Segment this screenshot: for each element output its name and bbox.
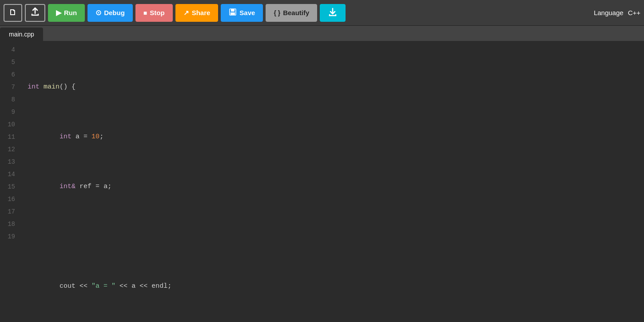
run-label: Run — [64, 9, 77, 16]
toolbar: 🗋 ▶ Run ⊙ Debug ■ Stop ↗ Share — [0, 0, 644, 26]
line-num-7: 7 — [0, 81, 19, 93]
tab-label: main.cpp — [9, 31, 34, 38]
svg-rect-1 — [231, 9, 235, 12]
line-num-14: 14 — [0, 168, 19, 181]
stop-icon: ■ — [143, 9, 147, 16]
stop-button[interactable]: ■ Stop — [135, 4, 173, 22]
line-num-12: 12 — [0, 143, 19, 156]
download-button[interactable] — [320, 4, 346, 22]
line-num-18: 18 — [0, 218, 19, 230]
debug-button[interactable]: ⊙ Debug — [87, 4, 133, 22]
svg-rect-2 — [231, 12, 235, 15]
upload-button[interactable] — [25, 4, 45, 22]
upload-icon — [30, 7, 40, 19]
line-num-4: 4 — [0, 44, 19, 56]
run-button[interactable]: ▶ Run — [48, 4, 85, 22]
line-num-17: 17 — [0, 205, 19, 218]
line-num-8: 8 — [0, 93, 19, 106]
share-button[interactable]: ↗ Share — [175, 4, 219, 22]
code-line-5: int a = 10; — [28, 131, 644, 143]
code-area[interactable]: 4 5 6 7 8 9 10 11 12 13 14 15 16 17 18 1… — [0, 41, 644, 322]
debug-icon: ⊙ — [95, 8, 101, 17]
save-button[interactable]: Save — [221, 4, 263, 22]
line-numbers: 4 5 6 7 8 9 10 11 12 13 14 15 16 17 18 1… — [0, 41, 23, 322]
code-line-7 — [28, 230, 644, 243]
beautify-button[interactable]: { } Beautify — [266, 4, 317, 22]
beautify-icon: { } — [274, 9, 280, 16]
language-value: C++ — [628, 9, 640, 16]
code-line-8: cout << "a = " << a << endl; — [28, 280, 644, 293]
beautify-label: Beautify — [283, 9, 309, 16]
new-file-icon: 🗋 — [9, 8, 17, 17]
save-label: Save — [239, 9, 255, 16]
language-label: Language — [594, 9, 624, 16]
play-icon: ▶ — [56, 8, 61, 17]
line-num-15: 15 — [0, 181, 19, 193]
line-num-6: 6 — [0, 68, 19, 81]
line-num-16: 16 — [0, 193, 19, 205]
line-num-13: 13 — [0, 156, 19, 168]
code-content[interactable]: int main() { int a = 10; int& ref = a; c… — [23, 41, 644, 322]
stop-label: Stop — [150, 9, 164, 16]
line-num-5: 5 — [0, 56, 19, 68]
new-file-button[interactable]: 🗋 — [4, 4, 22, 22]
share-icon: ↗ — [183, 9, 189, 17]
line-num-19: 19 — [0, 230, 19, 243]
line-num-9: 9 — [0, 106, 19, 118]
code-line-4: int main() { — [28, 81, 644, 93]
debug-label: Debug — [104, 9, 125, 16]
tab-bar: main.cpp — [0, 26, 644, 41]
tab-main-cpp[interactable]: main.cpp — [0, 28, 43, 41]
save-icon — [229, 8, 237, 17]
share-label: Share — [192, 9, 211, 16]
download-icon — [328, 7, 338, 18]
line-num-10: 10 — [0, 118, 19, 131]
code-line-6: int& ref = a; — [28, 181, 644, 193]
line-num-11: 11 — [0, 131, 19, 143]
